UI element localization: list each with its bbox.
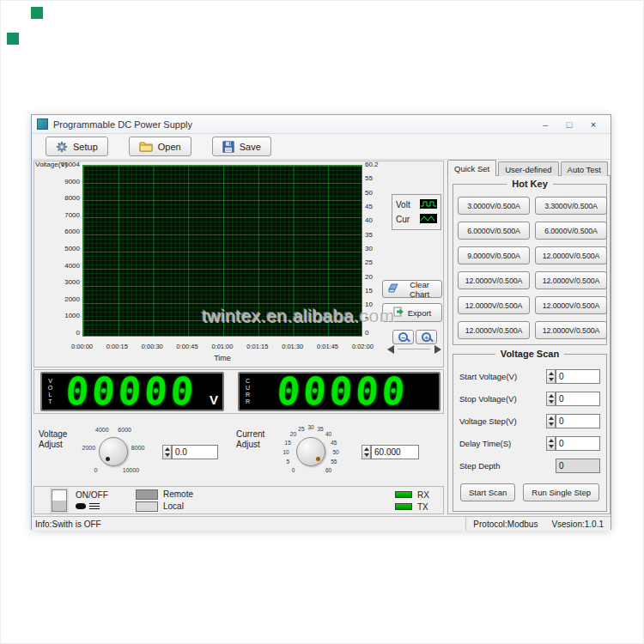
spin-down-icon[interactable] xyxy=(549,378,554,381)
run-single-step-button[interactable]: Run Single Step xyxy=(523,483,599,501)
open-button[interactable]: Open xyxy=(129,137,191,156)
spin-down-icon[interactable] xyxy=(549,422,554,426)
y-axis-tick-right: 30 xyxy=(365,246,373,252)
start-scan-button[interactable]: Start Scan xyxy=(460,483,515,501)
toolbar: Setup Open Save xyxy=(32,134,611,160)
save-button[interactable]: Save xyxy=(212,137,271,156)
voltage-spinner[interactable] xyxy=(162,445,172,459)
tab-user-defined[interactable]: User-defined xyxy=(498,161,558,176)
y-axis-tick-left: 2000 xyxy=(64,296,80,303)
current-knob-dial[interactable] xyxy=(296,437,325,466)
spinner[interactable] xyxy=(546,414,556,428)
hot-key-button[interactable]: 9.0000V/0.500A xyxy=(458,246,530,264)
setup-button[interactable]: Setup xyxy=(46,137,108,156)
current-knob-pointer xyxy=(316,457,320,461)
hot-key-button[interactable]: 3.3000V/0.500A xyxy=(535,197,607,215)
spin-up-icon[interactable] xyxy=(549,394,554,398)
knob-scale-label: 10 xyxy=(283,449,289,455)
local-label: Local xyxy=(163,501,184,511)
scan-value-field[interactable]: 0 xyxy=(556,369,600,384)
spin-up-icon[interactable] xyxy=(549,439,554,442)
hot-key-button[interactable]: 6.0000V/0.500A xyxy=(458,222,530,240)
current-spinner[interactable] xyxy=(361,445,371,459)
spin-up-icon[interactable] xyxy=(165,447,170,451)
setup-label: Setup xyxy=(73,142,98,152)
zoom-in-button[interactable]: + xyxy=(416,330,437,344)
hot-key-group: Hot Key 3.0000V/0.500A3.3000V/0.500A6.00… xyxy=(453,184,607,345)
hot-key-button[interactable]: 12.0000V/0.500A xyxy=(458,271,530,289)
spin-down-icon[interactable] xyxy=(549,445,554,448)
power-switch[interactable] xyxy=(52,489,67,512)
scan-row: Delay Time(S)0 xyxy=(459,435,600,452)
y-axis-tick-left: 6000 xyxy=(64,228,80,235)
decor-square xyxy=(31,7,43,19)
knob-scale-label: 30 xyxy=(307,424,313,430)
scan-value-field[interactable]: 0 xyxy=(556,459,600,473)
voltage-set-field[interactable]: 0.0 xyxy=(172,445,218,459)
voltage-knob-dial[interactable] xyxy=(99,437,128,466)
knob-scale-label: 0 xyxy=(292,466,295,472)
scan-row-controls: 0 xyxy=(546,369,600,384)
hot-key-button[interactable]: 3.0000V/0.500A xyxy=(458,197,530,215)
hot-key-button[interactable]: 12.0000V/0.500A xyxy=(458,296,530,314)
scroll-track[interactable] xyxy=(398,349,430,349)
switch-panel: ON/OFF Remote Local RX TX xyxy=(33,486,444,514)
zoom-out-icon: − xyxy=(398,332,408,342)
scroll-right-button[interactable] xyxy=(432,344,443,355)
spinner[interactable] xyxy=(546,392,556,406)
y-axis-tick-right: 35 xyxy=(365,232,373,239)
scan-value-field[interactable]: 0 xyxy=(556,436,600,451)
clear-chart-label: Clear Chart xyxy=(403,280,436,299)
hot-key-button[interactable]: 12.0000V/0.500A xyxy=(535,296,607,314)
scroll-left-button[interactable] xyxy=(385,344,396,355)
scan-row-controls: 0 xyxy=(546,392,600,406)
hot-key-button[interactable]: 12.0000V/0.500A xyxy=(535,271,607,289)
scan-row-controls: 0 xyxy=(546,436,600,451)
knob-scale-label: 15 xyxy=(285,439,291,445)
maximize-button[interactable]: □ xyxy=(557,116,581,133)
x-axis-tick: 0:00:30 xyxy=(142,343,163,350)
spin-down-icon[interactable] xyxy=(165,453,170,457)
scan-row-controls: 0 xyxy=(556,459,600,473)
spin-up-icon[interactable] xyxy=(549,416,554,420)
spin-down-icon[interactable] xyxy=(549,400,554,404)
hot-key-button[interactable]: 6.0000V/0.500A xyxy=(535,222,607,240)
x-axis-label: Time xyxy=(82,354,362,362)
local-indicator[interactable] xyxy=(136,501,158,512)
clear-chart-button[interactable]: Clear Chart xyxy=(382,280,442,298)
current-set-field[interactable]: 60.000 xyxy=(371,445,419,459)
knob-scale-label: 45 xyxy=(331,439,337,445)
voltage-adjust-label: Voltage Adjust xyxy=(39,429,78,450)
tab-quick-set[interactable]: Quick Set xyxy=(447,160,496,176)
spinner[interactable] xyxy=(546,436,556,451)
spin-up-icon[interactable] xyxy=(364,447,369,451)
scan-value-field[interactable]: 0 xyxy=(556,392,600,406)
knob-scale-label: 4000 xyxy=(95,427,109,433)
open-label: Open xyxy=(158,142,181,152)
hot-key-button[interactable]: 12.0000V/0.500A xyxy=(535,246,607,264)
x-axis-tick: 0:00:45 xyxy=(177,343,198,350)
decor-square xyxy=(7,33,19,45)
spin-down-icon[interactable] xyxy=(364,453,369,457)
scan-row-label: Voltage Step(V) xyxy=(459,416,546,426)
export-label: Export xyxy=(408,308,431,318)
scan-value-field[interactable]: 0 xyxy=(556,414,600,428)
current-set-group: 60.000 xyxy=(361,445,419,459)
spinner[interactable] xyxy=(546,369,556,384)
spin-up-icon[interactable] xyxy=(549,372,554,375)
status-info-text: Info:Swith is OFF xyxy=(32,519,101,529)
close-button[interactable]: × xyxy=(581,116,605,133)
minimize-button[interactable]: – xyxy=(533,116,557,133)
title-bar: Programmable DC Power Supply – □ × xyxy=(32,115,611,134)
rx-label: RX xyxy=(417,490,429,500)
tab-auto-test[interactable]: Auto Test xyxy=(561,161,608,176)
zoom-out-button[interactable]: − xyxy=(392,330,414,344)
voltage-scan-group: Voltage Scan Start Voltage(V)0Stop Volta… xyxy=(453,354,607,512)
y-axis-tick-right: 15 xyxy=(365,288,373,295)
hot-key-button[interactable]: 12.0000V/0.500A xyxy=(458,321,530,339)
remote-indicator[interactable] xyxy=(136,489,158,500)
cur-waveform-icon[interactable] xyxy=(420,214,437,225)
hot-key-button[interactable]: 12.0000V/0.500A xyxy=(535,321,607,339)
volt-waveform-icon[interactable] xyxy=(420,199,437,210)
x-axis-ticks: 0:00:000:00:150:00:300:00:450:01:000:01:… xyxy=(71,343,374,350)
